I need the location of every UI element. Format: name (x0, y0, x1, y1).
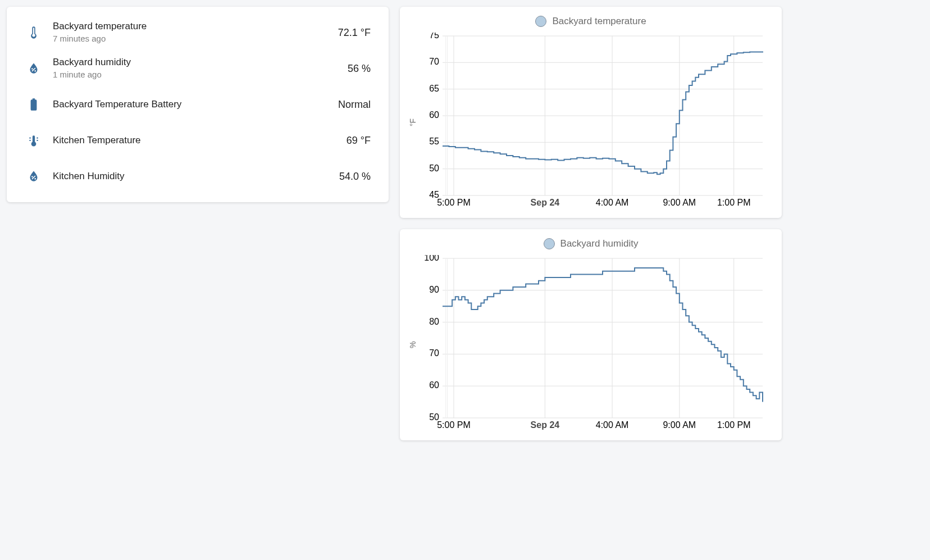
svg-text:4:00 AM: 4:00 AM (596, 420, 629, 430)
svg-text:4:00 AM: 4:00 AM (596, 198, 629, 207)
sensor-row[interactable]: Kitchen Temperature69 °F (11, 122, 384, 158)
svg-text:Sep 24: Sep 24 (531, 420, 560, 430)
dashboard-page: Backyard temperature7 minutes ago72.1 °F… (0, 0, 930, 447)
sensor-card: Backyard temperature7 minutes ago72.1 °F… (7, 7, 389, 202)
sensor-name: Kitchen Temperature (53, 134, 340, 147)
legend-dot-icon (535, 16, 546, 27)
svg-text:100: 100 (424, 255, 439, 262)
svg-text:90: 90 (429, 285, 439, 294)
svg-text:1:00 PM: 1:00 PM (717, 198, 751, 207)
legend-label: Backyard temperature (552, 16, 646, 27)
svg-text:80: 80 (429, 317, 439, 326)
svg-text:50: 50 (429, 163, 439, 173)
sensor-text: Backyard humidity1 minute ago (46, 56, 341, 80)
chart-card-humidity: Backyard humidity % 50607080901005:00 PM… (400, 229, 782, 440)
svg-text:55: 55 (429, 136, 439, 146)
thermostat-icon (21, 128, 46, 153)
sensor-value: 54.0 % (332, 171, 371, 183)
sensor-name: Kitchen Humidity (53, 170, 332, 183)
svg-text:65: 65 (429, 84, 439, 93)
chart-card-temperature: Backyard temperature °F 455055606570755:… (400, 7, 782, 218)
svg-text:70: 70 (429, 57, 439, 66)
legend-label: Backyard humidity (560, 238, 639, 249)
sensor-name: Backyard humidity (53, 56, 341, 69)
sensor-timestamp: 7 minutes ago (53, 33, 331, 44)
sensor-value: Normal (331, 99, 371, 111)
chart-body: °F 455055606570755:00 PMSep 244:00 AM9:0… (403, 33, 778, 212)
sensor-name: Backyard Temperature Battery (53, 98, 331, 111)
sensor-name: Backyard temperature (53, 20, 331, 33)
svg-text:Sep 24: Sep 24 (531, 198, 560, 207)
left-column: Backyard temperature7 minutes ago72.1 °F… (7, 7, 389, 440)
svg-text:9:00 AM: 9:00 AM (663, 198, 696, 207)
sensor-value: 56 % (341, 63, 371, 75)
svg-text:5:00 PM: 5:00 PM (437, 198, 471, 207)
chart-legend[interactable]: Backyard temperature (403, 16, 778, 27)
svg-text:9:00 AM: 9:00 AM (663, 420, 696, 430)
sensor-timestamp: 1 minute ago (53, 69, 341, 80)
svg-text:60: 60 (429, 110, 439, 120)
legend-dot-icon (544, 238, 555, 249)
sensor-row[interactable]: Backyard humidity1 minute ago56 % (11, 51, 384, 86)
humidity-icon (21, 56, 46, 81)
sensor-text: Backyard Temperature Battery (46, 98, 331, 111)
chart-svg-temperature[interactable]: 455055606570755:00 PMSep 244:00 AM9:00 A… (419, 33, 775, 212)
svg-text:75: 75 (429, 33, 439, 40)
sensor-text: Kitchen Humidity (46, 170, 332, 183)
svg-text:5:00 PM: 5:00 PM (437, 420, 471, 430)
svg-text:1:00 PM: 1:00 PM (717, 420, 751, 430)
thermometer-icon (21, 20, 46, 45)
chart-ylabel: °F (407, 33, 419, 212)
chart-ylabel: % (407, 255, 419, 435)
chart-body: % 50607080901005:00 PMSep 244:00 AM9:00 … (403, 255, 778, 435)
sensor-row[interactable]: Backyard temperature7 minutes ago72.1 °F (11, 15, 384, 51)
sensor-value: 72.1 °F (331, 27, 371, 39)
sensor-text: Backyard temperature7 minutes ago (46, 20, 331, 44)
sensor-row[interactable]: Kitchen Humidity54.0 % (11, 158, 384, 194)
sensor-row[interactable]: Backyard Temperature BatteryNormal (11, 86, 384, 122)
sensor-text: Kitchen Temperature (46, 134, 340, 147)
chart-legend[interactable]: Backyard humidity (403, 238, 778, 249)
right-column: Backyard temperature °F 455055606570755:… (400, 7, 782, 440)
sensor-value: 69 °F (340, 135, 371, 147)
svg-text:60: 60 (429, 380, 439, 390)
battery-icon (21, 92, 46, 117)
svg-text:70: 70 (429, 348, 439, 358)
humidity-icon (21, 164, 46, 189)
chart-svg-humidity[interactable]: 50607080901005:00 PMSep 244:00 AM9:00 AM… (419, 255, 775, 435)
